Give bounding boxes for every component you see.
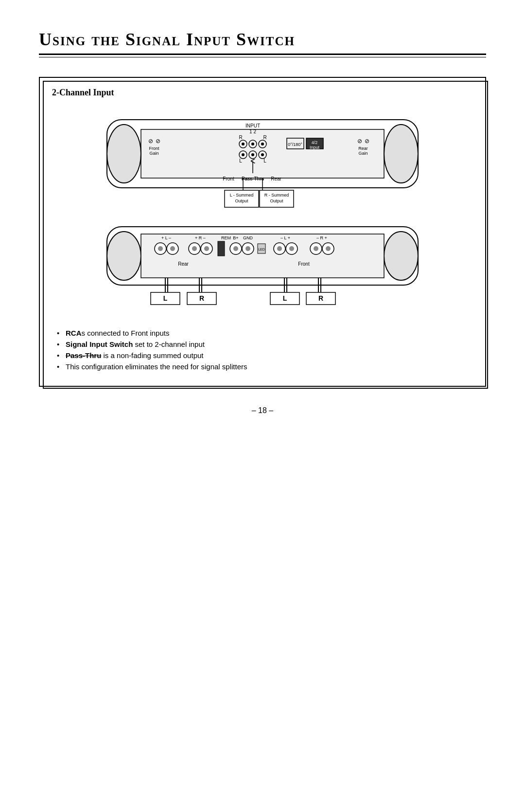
bullet-3-bold: Pass-Thru: [66, 351, 101, 360]
svg-point-70: [245, 246, 250, 251]
svg-text:– L +: – L +: [280, 235, 290, 240]
svg-text:L: L: [163, 294, 168, 302]
svg-text:Rear: Rear: [178, 261, 189, 267]
bullet-1-bold: RCA: [66, 329, 82, 337]
svg-text:4/2: 4/2: [312, 140, 318, 145]
svg-text:L: L: [283, 294, 287, 302]
content-box: 2-Channel Input ⊘ ⊘ Front Gain INPUT: [39, 77, 486, 387]
svg-point-49: [384, 232, 418, 280]
svg-text:⊘: ⊘: [156, 138, 160, 144]
bullet-4-text: This configuration eliminates the need f…: [66, 362, 247, 371]
svg-point-73: [314, 246, 318, 251]
svg-point-71: [277, 246, 282, 251]
svg-point-3: [384, 125, 418, 183]
svg-point-69: [233, 246, 238, 251]
title-underline: [39, 54, 486, 55]
diagram-bottom: ○ LED: [52, 222, 473, 319]
svg-text:Rear: Rear: [271, 176, 281, 181]
bullet-item-2: Signal Input Switch set to 2-channel inp…: [57, 340, 468, 348]
svg-text:Rear: Rear: [358, 146, 368, 151]
page-container: Using the Signal Input Switch 2-Channel …: [0, 0, 525, 812]
svg-point-2: [107, 125, 141, 183]
svg-rect-56: [218, 241, 225, 256]
svg-point-65: [158, 246, 163, 251]
svg-text:1  2: 1 2: [249, 129, 256, 134]
svg-text:Output: Output: [270, 198, 283, 203]
svg-text:Input: Input: [310, 145, 320, 150]
svg-point-74: [326, 246, 331, 251]
svg-point-23: [261, 153, 264, 156]
svg-text:INPUT: INPUT: [245, 123, 260, 128]
bullet-item-1: RCAs connected to Front inputs: [57, 329, 468, 337]
svg-rect-50: [141, 234, 384, 278]
svg-text:LED: LED: [258, 248, 265, 251]
amp-top-diagram: ⊘ ⊘ Front Gain INPUT 1 2 R R: [92, 105, 433, 212]
svg-text:0°/180°: 0°/180°: [288, 142, 302, 147]
svg-text:– R +: – R +: [316, 235, 327, 240]
section-title: 2-Channel Input: [52, 88, 473, 98]
svg-text:R: R: [263, 135, 266, 140]
svg-text:Gain: Gain: [358, 151, 368, 156]
bullet-3-text: is a non-fading summed output: [101, 351, 203, 360]
svg-text:Output: Output: [235, 198, 248, 203]
svg-text:L: L: [239, 158, 242, 163]
svg-point-72: [289, 246, 294, 251]
svg-point-68: [204, 246, 209, 251]
svg-text:Front: Front: [298, 261, 310, 267]
page-title: Using the Signal Input Switch: [39, 29, 486, 50]
diagram-top: ⊘ ⊘ Front Gain INPUT 1 2 R R: [52, 105, 473, 212]
svg-text:L: L: [263, 158, 266, 163]
bullet-2-bold: Signal Input Switch: [66, 340, 133, 348]
svg-text:⊘: ⊘: [148, 138, 153, 144]
svg-point-21: [251, 153, 254, 156]
svg-text:B+: B+: [233, 235, 238, 240]
svg-text:⊘: ⊘: [357, 138, 362, 144]
svg-text:Front: Front: [223, 176, 234, 181]
svg-text:+ L –: + L –: [161, 235, 171, 240]
svg-point-17: [261, 143, 264, 145]
svg-text:R - Summed: R - Summed: [264, 193, 289, 198]
title-section: Using the Signal Input Switch: [39, 29, 486, 67]
bullet-1-text: s connected to Front inputs: [82, 329, 170, 337]
svg-text:GND: GND: [243, 235, 253, 240]
svg-text:R: R: [239, 135, 242, 140]
bullet-item-3: Pass-Thru is a non-fading summed output: [57, 351, 468, 360]
page-number: – 18 –: [252, 406, 273, 415]
svg-point-13: [242, 143, 245, 145]
svg-text:R: R: [318, 294, 323, 302]
svg-text:Pass-Thru: Pass-Thru: [242, 176, 264, 181]
bullet-2-text: set to 2-channel input: [133, 340, 205, 348]
bullet-list: RCAs connected to Front inputs Signal In…: [52, 329, 473, 371]
svg-point-66: [170, 246, 175, 251]
svg-text:Gain: Gain: [149, 151, 158, 156]
svg-text:R: R: [199, 294, 204, 302]
svg-text:Front: Front: [149, 146, 159, 151]
svg-point-15: [251, 143, 254, 145]
svg-text:L - Summed: L - Summed: [230, 193, 254, 198]
title-underline2: [39, 57, 486, 57]
bullet-item-4: This configuration eliminates the need f…: [57, 362, 468, 371]
svg-point-19: [242, 153, 245, 156]
svg-text:⊘: ⊘: [365, 138, 369, 144]
svg-point-67: [192, 246, 197, 251]
svg-text:+ R –: + R –: [195, 235, 206, 240]
amp-bottom-diagram: ○ LED: [92, 222, 433, 319]
svg-text:REM: REM: [221, 235, 231, 240]
svg-point-48: [107, 232, 141, 280]
